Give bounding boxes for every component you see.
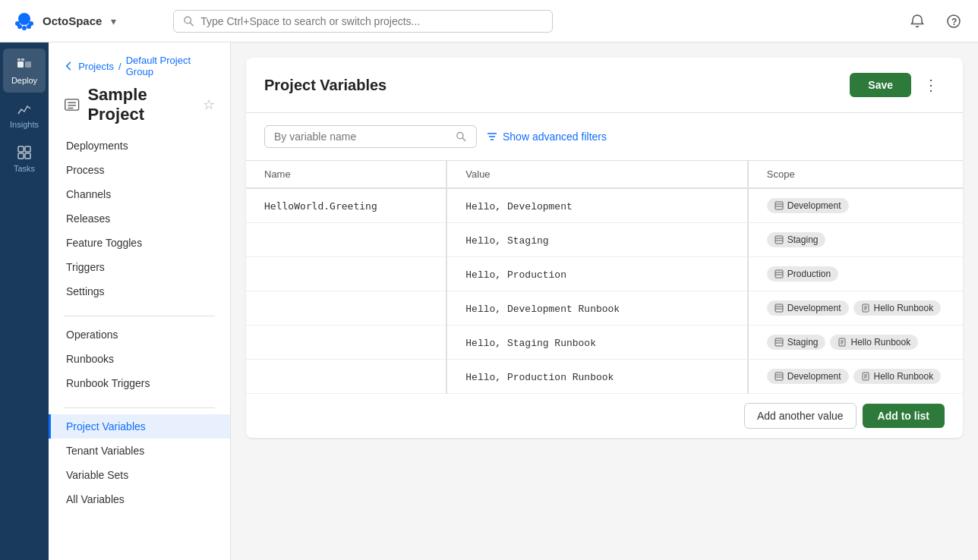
svg-text:?: ? — [951, 16, 957, 27]
nav-item-all-variables[interactable]: All Variables — [49, 487, 230, 511]
nav-item-feature-toggles[interactable]: Feature Toggles — [49, 231, 230, 255]
nav-project-variables-label: Project Variables — [66, 420, 146, 433]
save-button[interactable]: Save — [850, 73, 911, 97]
svg-rect-15 — [25, 146, 30, 152]
left-nav: Projects / Default Project Group Sample … — [49, 42, 231, 560]
sidebar-item-insights[interactable]: Insights — [3, 93, 46, 137]
environment-icon — [775, 372, 784, 381]
help-button[interactable]: ? — [942, 9, 966, 33]
variable-search-wrap[interactable] — [264, 125, 477, 148]
svg-rect-11 — [25, 61, 31, 68]
sidebar-deploy-label: Deploy — [11, 76, 37, 85]
nav-runbook-triggers-label: Runbook Triggers — [66, 377, 150, 389]
filter-icon — [486, 131, 498, 143]
scope-tag: Development — [767, 300, 849, 316]
breadcrumb-projects-link[interactable]: Projects — [78, 61, 114, 72]
nav-item-deployments[interactable]: Deployments — [49, 134, 230, 158]
svg-point-2 — [22, 26, 27, 30]
topbar: OctoSpace ▾ ? — [0, 0, 978, 42]
more-options-button[interactable]: ⋮ — [917, 73, 945, 97]
table-row: Hello, Development Runbook Development — [246, 291, 963, 326]
advanced-filters-button[interactable]: Show advanced filters — [486, 131, 607, 143]
nav-operations-label: Operations — [66, 329, 118, 341]
nav-divider-2 — [64, 407, 215, 408]
global-search-wrap[interactable] — [173, 10, 553, 33]
nav-feature-toggles-label: Feature Toggles — [66, 237, 142, 249]
scope-tags: Staging — [767, 232, 945, 247]
nav-item-process[interactable]: Process — [49, 158, 230, 182]
nav-tenant-variables-label: Tenant Variables — [66, 445, 144, 457]
scope-tags: Staging Hello Runbook — [767, 335, 945, 350]
search-icon — [456, 131, 467, 143]
notification-button[interactable] — [905, 9, 929, 33]
environment-icon — [775, 201, 784, 210]
nav-item-channels[interactable]: Channels — [49, 182, 230, 206]
environment-icon — [775, 235, 784, 244]
breadcrumb-separator: / — [118, 61, 121, 72]
scope-tag: Development — [767, 369, 849, 384]
nav-item-releases[interactable]: Releases — [49, 206, 230, 231]
nav-item-triggers[interactable]: Triggers — [49, 255, 230, 279]
nav-runbooks-label: Runbooks — [66, 353, 114, 365]
nav-releases-label: Releases — [66, 212, 110, 225]
sidebar: Deploy Insights Tasks — [0, 42, 49, 560]
nav-item-operations[interactable]: Operations — [49, 322, 230, 347]
table-row: Hello, Staging Staging — [246, 223, 963, 257]
environment-icon — [775, 269, 784, 278]
variables-panel: Project Variables Save ⋮ — [246, 58, 963, 438]
table-row: Hello, Production Production — [246, 257, 963, 291]
app-dropdown-icon[interactable]: ▾ — [111, 15, 116, 27]
deploy-icon — [16, 56, 33, 73]
nav-section-main: Deployments Process Channels Releases Fe… — [49, 134, 230, 310]
app-name: OctoSpace — [43, 14, 102, 27]
favorite-star-icon[interactable]: ☆ — [203, 96, 215, 113]
svg-rect-50 — [775, 373, 783, 380]
global-search-input[interactable] — [200, 15, 543, 27]
variable-value: Hello, Production Runbook — [465, 372, 614, 383]
breadcrumb-group-link[interactable]: Default Project Group — [126, 55, 215, 77]
nav-deployments-label: Deployments — [66, 140, 128, 152]
svg-rect-13 — [21, 58, 24, 61]
col-header-name: Name — [246, 161, 446, 188]
svg-rect-27 — [775, 202, 783, 209]
nav-item-runbooks[interactable]: Runbooks — [49, 347, 230, 371]
variable-value: Hello, Development Runbook — [465, 304, 620, 315]
scope-tag: Staging — [767, 232, 826, 247]
runbook-icon — [838, 338, 847, 347]
variable-value: Hello, Development — [465, 201, 572, 212]
sidebar-item-tasks[interactable]: Tasks — [3, 137, 46, 181]
variable-search-input[interactable] — [274, 131, 450, 143]
bottom-action-row: Add another value Add to list — [246, 394, 963, 439]
breadcrumb: Projects / Default Project Group — [64, 55, 215, 77]
svg-rect-10 — [17, 61, 24, 68]
nav-item-project-variables[interactable]: Project Variables — [49, 414, 230, 439]
scope-tag: Hello Runbook — [830, 335, 918, 350]
nav-item-settings[interactable]: Settings — [49, 279, 230, 304]
table-row: HelloWorld.Greeting Hello, Development D… — [246, 188, 963, 223]
project-name: Sample Project — [87, 85, 195, 124]
project-title-row: Sample Project ☆ — [64, 85, 215, 124]
add-to-list-button[interactable]: Add to list — [863, 404, 945, 428]
svg-rect-36 — [775, 304, 783, 312]
nav-triggers-label: Triggers — [66, 261, 105, 273]
svg-point-5 — [29, 21, 33, 26]
topbar-search — [173, 10, 553, 33]
main-layout: Deploy Insights Tasks Projects — [0, 42, 978, 560]
nav-item-tenant-variables[interactable]: Tenant Variables — [49, 439, 230, 463]
sidebar-tasks-label: Tasks — [14, 164, 35, 173]
scope-tag: Staging — [767, 335, 826, 350]
nav-item-variable-sets[interactable]: Variable Sets — [49, 463, 230, 487]
nav-item-runbook-triggers[interactable]: Runbook Triggers — [49, 371, 230, 395]
environment-icon — [775, 304, 784, 313]
app-logo[interactable]: OctoSpace ▾ — [12, 9, 164, 33]
col-header-value: Value — [446, 161, 747, 188]
sidebar-insights-label: Insights — [10, 120, 39, 129]
table-row: Hello, Staging Runbook Staging Hel — [246, 326, 963, 360]
content-area: Project Variables Save ⋮ — [231, 42, 978, 560]
add-another-value-button[interactable]: Add another value — [744, 403, 857, 429]
scope-tags: Production — [767, 266, 945, 282]
sidebar-item-deploy[interactable]: Deploy — [3, 49, 46, 93]
table-header: Name Value Scope — [246, 161, 963, 188]
panel-actions: Save ⋮ — [850, 73, 945, 97]
scope-tag: Hello Runbook — [853, 369, 942, 384]
